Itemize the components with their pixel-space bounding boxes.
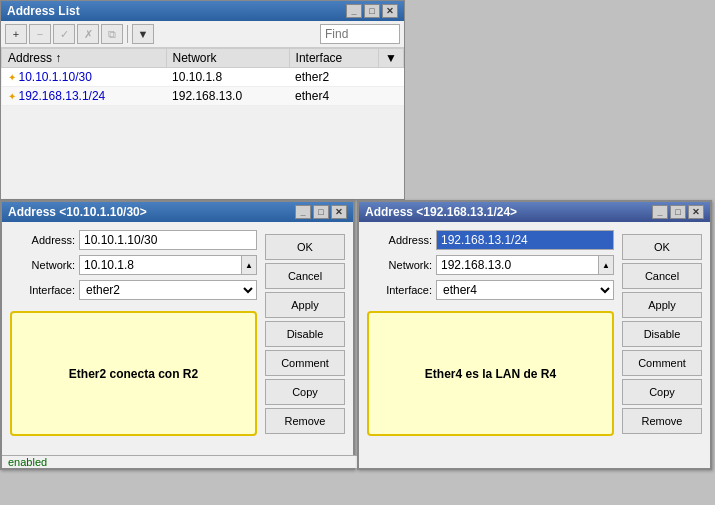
dialog-right-title: Address <192.168.13.1/24> <box>365 205 517 219</box>
search-input[interactable] <box>320 24 400 44</box>
network-label-right: Network: <box>367 259 432 271</box>
dialog-right-minimize[interactable]: _ <box>652 205 668 219</box>
comment-button-left[interactable]: Comment <box>265 350 345 376</box>
comment-button-right[interactable]: Comment <box>622 350 702 376</box>
dialog-left-close[interactable]: ✕ <box>331 205 347 219</box>
network-input-wrap: ▲ <box>79 255 257 275</box>
table-row[interactable]: ✦192.168.13.1/24 192.168.13.0 ether4 <box>2 87 404 106</box>
network-field-row: Network: ▲ <box>10 255 257 275</box>
address-cell: ✦10.10.1.10/30 <box>2 68 167 87</box>
note-box-left: Ether2 conecta con R2 <box>10 311 257 436</box>
cancel-btn[interactable]: ✗ <box>77 24 99 44</box>
address-label-right: Address: <box>367 234 432 246</box>
dialog-right-maximize[interactable]: □ <box>670 205 686 219</box>
minimize-btn[interactable]: _ <box>346 4 362 18</box>
interface-field-row: Interface: ether2 <box>10 280 257 300</box>
status-bar-left: enabled <box>2 455 359 468</box>
network-input-left[interactable] <box>79 255 241 275</box>
interface-select-left[interactable]: ether2 <box>79 280 257 300</box>
address-label: Address: <box>10 234 75 246</box>
ok-button-left[interactable]: OK <box>265 234 345 260</box>
network-input-wrap-right: ▲ <box>436 255 614 275</box>
dialog-left-buttons: OK Cancel Apply Disable Comment Copy Rem… <box>265 230 345 436</box>
network-label: Network: <box>10 259 75 271</box>
edit-btn[interactable]: ✓ <box>53 24 75 44</box>
network-up-arrow[interactable]: ▲ <box>241 255 257 275</box>
table-row[interactable]: ✦10.10.1.10/30 10.10.1.8 ether2 <box>2 68 404 87</box>
address-list-title-bar: Address List _ □ ✕ <box>1 1 404 21</box>
col-interface[interactable]: Interface <box>289 49 379 68</box>
col-network[interactable]: Network <box>166 49 289 68</box>
interface-label: Interface: <box>10 284 75 296</box>
list-toolbar: + − ✓ ✗ ⧉ ▼ <box>1 21 404 48</box>
network-cell: 10.10.1.8 <box>166 68 289 87</box>
cancel-button-right[interactable]: Cancel <box>622 263 702 289</box>
note-box-right: Ether4 es la LAN de R4 <box>367 311 614 436</box>
dialog-left-title-bar: Address <10.10.1.10/30> _ □ ✕ <box>2 202 353 222</box>
dialog-left: Address <10.10.1.10/30> _ □ ✕ Address: N… <box>0 200 355 470</box>
dialog-right-controls: _ □ ✕ <box>652 205 704 219</box>
interface-field-row-right: Interface: ether4 <box>367 280 614 300</box>
address-list-title: Address List <box>7 4 80 18</box>
cancel-button-left[interactable]: Cancel <box>265 263 345 289</box>
network-cell: 192.168.13.0 <box>166 87 289 106</box>
close-btn[interactable]: ✕ <box>382 4 398 18</box>
col-dropdown[interactable]: ▼ <box>379 49 404 68</box>
interface-cell: ether4 <box>289 87 379 106</box>
copy-btn[interactable]: ⧉ <box>101 24 123 44</box>
network-up-arrow-right[interactable]: ▲ <box>598 255 614 275</box>
status-text-left: enabled <box>8 456 47 468</box>
interface-cell: ether2 <box>289 68 379 87</box>
add-btn[interactable]: + <box>5 24 27 44</box>
disable-button-left[interactable]: Disable <box>265 321 345 347</box>
remove-button-left[interactable]: Remove <box>265 408 345 434</box>
dialog-left-title: Address <10.10.1.10/30> <box>8 205 147 219</box>
network-input-right[interactable] <box>436 255 598 275</box>
address-field-row-right: Address: <box>367 230 614 250</box>
window-controls: _ □ ✕ <box>346 4 398 18</box>
dialog-right-title-bar: Address <192.168.13.1/24> _ □ ✕ <box>359 202 710 222</box>
apply-button-right[interactable]: Apply <box>622 292 702 318</box>
interface-label-right: Interface: <box>367 284 432 296</box>
dialog-left-controls: _ □ ✕ <box>295 205 347 219</box>
filter-btn[interactable]: ▼ <box>132 24 154 44</box>
interface-dropdown-wrap-right: ether4 <box>436 280 614 300</box>
ok-button-right[interactable]: OK <box>622 234 702 260</box>
copy-button-left[interactable]: Copy <box>265 379 345 405</box>
maximize-btn[interactable]: □ <box>364 4 380 18</box>
address-table: Address ↑ Network Interface ▼ ✦10.10.1.1… <box>1 48 404 106</box>
address-cell: ✦192.168.13.1/24 <box>2 87 167 106</box>
search-box <box>320 24 400 44</box>
address-table-container: Address ↑ Network Interface ▼ ✦10.10.1.1… <box>1 48 404 181</box>
disable-button-right[interactable]: Disable <box>622 321 702 347</box>
address-input-left[interactable] <box>79 230 257 250</box>
dialog-right: Address <192.168.13.1/24> _ □ ✕ Address:… <box>357 200 712 470</box>
copy-button-right[interactable]: Copy <box>622 379 702 405</box>
col-address[interactable]: Address ↑ <box>2 49 167 68</box>
dialog-right-close[interactable]: ✕ <box>688 205 704 219</box>
dialog-left-maximize[interactable]: □ <box>313 205 329 219</box>
network-field-row-right: Network: ▲ <box>367 255 614 275</box>
separator <box>127 25 128 43</box>
address-field-row: Address: <box>10 230 257 250</box>
interface-dropdown-wrap: ether2 <box>79 280 257 300</box>
remove-btn[interactable]: − <box>29 24 51 44</box>
apply-button-left[interactable]: Apply <box>265 292 345 318</box>
dialog-left-minimize[interactable]: _ <box>295 205 311 219</box>
dialog-right-buttons: OK Cancel Apply Disable Comment Copy Rem… <box>622 230 702 436</box>
address-input-right[interactable] <box>436 230 614 250</box>
interface-select-right[interactable]: ether4 <box>436 280 614 300</box>
address-list-window: Address List _ □ ✕ + − ✓ ✗ ⧉ ▼ Address ↑… <box>0 0 405 200</box>
remove-button-right[interactable]: Remove <box>622 408 702 434</box>
